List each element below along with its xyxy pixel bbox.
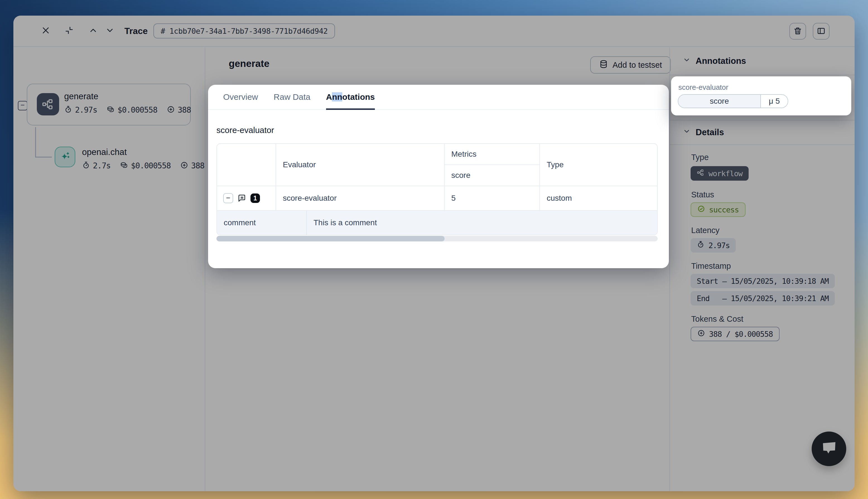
metric-value: μ 5 (761, 95, 788, 108)
table-header-controls (217, 144, 276, 186)
table-cell-evaluator: score-evaluator (276, 186, 445, 211)
comment-row-value: This is a comment (307, 211, 657, 235)
metric-name: score (678, 95, 761, 108)
comment-icon[interactable] (238, 194, 246, 203)
comment-row-label: comment (217, 211, 307, 235)
comment-count-badge[interactable]: 1 (251, 194, 260, 203)
tab-bar: Overview Raw Data Annotations (208, 85, 669, 110)
table-header-type: Type (540, 144, 657, 186)
trace-window: Trace # 1cbb70e7-34a1-7bb7-3498-771b7d46… (13, 16, 855, 491)
span-detail-panel: Overview Raw Data Annotations score-eval… (208, 85, 669, 268)
table-header-metric-score: score (445, 165, 540, 186)
tab-label: Raw Data (274, 92, 311, 102)
annotations-table: Evaluator Metrics score Type 1 score-eva… (216, 143, 658, 235)
tab-annotations[interactable]: Annotations (318, 85, 383, 109)
annotation-metric-pill[interactable]: score μ 5 (678, 94, 788, 108)
collapse-row-button[interactable] (223, 193, 233, 203)
scrollbar-thumb[interactable] (216, 236, 445, 241)
tab-label: Annotations (326, 92, 375, 102)
annotation-evaluator-name: score-evaluator (678, 83, 728, 92)
evaluator-section-title: score-evaluator (216, 125, 274, 135)
tab-overview[interactable]: Overview (215, 85, 266, 109)
horizontal-scrollbar (216, 236, 658, 241)
tab-raw-data[interactable]: Raw Data (266, 85, 318, 109)
text-selection: nn (332, 92, 342, 101)
tab-label: Overview (223, 92, 258, 102)
table-row-controls: 1 (217, 186, 276, 211)
table-header-metrics: Metrics (445, 144, 540, 165)
minus-icon (225, 195, 231, 202)
table-cell-score: 5 (445, 186, 540, 211)
annotation-card: score-evaluator score μ 5 (671, 76, 851, 115)
table-header-evaluator: Evaluator (276, 144, 445, 186)
table-cell-type: custom (540, 186, 657, 211)
comment-row: comment This is a comment (217, 211, 657, 235)
desktop-background: Trace # 1cbb70e7-34a1-7bb7-3498-771b7d46… (0, 0, 868, 499)
